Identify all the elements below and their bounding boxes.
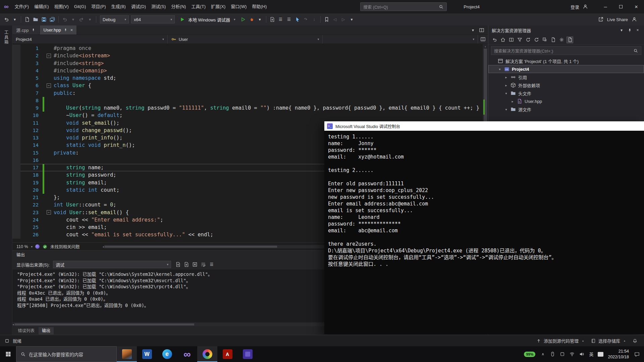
breakpoint-margin[interactable] (12, 231, 20, 238)
menu-item-6[interactable]: 生成(B) (109, 0, 128, 13)
tree-item[interactable]: ▾头文件 (488, 89, 644, 97)
user-account-icon[interactable] (582, 3, 589, 10)
refresh-icon[interactable] (533, 37, 540, 43)
collapse-arrow-icon[interactable]: ▸ (504, 83, 508, 87)
breakpoint-margin[interactable] (12, 224, 20, 231)
toolbox-tab[interactable]: 工具箱 (3, 30, 9, 45)
scroll-thumb[interactable] (15, 323, 195, 325)
toggle-bookmark-icon[interactable] (323, 16, 330, 23)
word-wrap-icon[interactable] (200, 261, 207, 268)
pin-icon[interactable] (627, 27, 633, 33)
menu-item-12[interactable]: 窗口(W) (228, 0, 249, 13)
clear-all-icon[interactable] (191, 261, 199, 268)
step-over-icon[interactable]: ↷ (302, 16, 310, 23)
breakpoint-margin[interactable] (12, 216, 20, 224)
close-tab-icon[interactable]: × (70, 27, 73, 33)
tree-item[interactable]: ▸外部依赖项 (488, 81, 644, 89)
solution-platforms-dropdown[interactable]: x64 ▾ (131, 15, 175, 23)
pin-icon[interactable] (31, 28, 36, 33)
show-all-files-icon[interactable] (550, 37, 556, 43)
breakpoint-margin[interactable] (12, 119, 20, 127)
menu-item-11[interactable]: 扩展(X) (208, 0, 228, 13)
breakpoint-margin[interactable] (12, 60, 20, 67)
breakpoint-margin[interactable] (12, 82, 20, 89)
sign-in-button[interactable]: 登录 (571, 3, 589, 10)
undo-dropdown-icon[interactable]: ▾ (69, 16, 77, 23)
properties-icon[interactable] (558, 37, 565, 43)
expand-arrow-icon[interactable]: ▾ (497, 67, 502, 71)
menu-item-1[interactable]: 文件(F) (12, 0, 32, 13)
run-to-cursor-icon[interactable] (294, 16, 301, 23)
save-all-icon[interactable] (49, 16, 56, 23)
breakpoint-margin[interactable] (12, 179, 20, 186)
breakpoint-margin[interactable] (12, 104, 20, 112)
active-documents-dropdown-icon[interactable]: ▾ (469, 26, 477, 34)
minimize-button[interactable]: ─ (598, 0, 613, 13)
project-dropdown[interactable]: Project4 ▾ (12, 35, 168, 44)
breakpoint-margin[interactable] (12, 74, 20, 82)
step-into-icon[interactable]: ↓ (311, 16, 318, 23)
breakpoint-margin[interactable] (12, 112, 20, 119)
pending-changes-filter-icon[interactable] (516, 37, 523, 43)
breakpoint-margin[interactable] (12, 45, 20, 52)
collapse-arrow-icon[interactable]: ▸ (510, 100, 515, 103)
document-health[interactable]: 未找到相关问题 (50, 243, 80, 250)
maximize-button[interactable] (613, 0, 629, 13)
menu-item-13[interactable]: 帮助(H) (249, 0, 269, 13)
menu-item-7[interactable]: 调试(D) (128, 0, 149, 13)
solution-configurations-dropdown[interactable]: Debug ▾ (100, 15, 129, 23)
home-icon[interactable] (499, 37, 506, 43)
breakpoint-margin[interactable] (12, 194, 20, 201)
debug-console-window[interactable]: >_ Microsoft Visual Studio 调试控制台 testing… (324, 121, 644, 334)
breakpoint-margin[interactable] (12, 127, 20, 134)
next-bookmark-icon[interactable]: ▷ (340, 16, 347, 23)
mouse-settings-icon[interactable] (549, 351, 555, 357)
command-window-icon[interactable]: ☰ (285, 16, 293, 23)
scope-dropdown[interactable]: User ▾ (168, 35, 323, 44)
redo-dropdown-icon[interactable]: ▾ (86, 16, 94, 23)
split-editor-icon[interactable] (478, 35, 488, 44)
close-icon[interactable]: × (635, 27, 641, 33)
add-to-source-control-button[interactable]: 添加到源代码管理 ▴ (536, 338, 584, 344)
breakpoint-margin[interactable] (12, 141, 20, 149)
expand-arrow-icon[interactable]: ▾ (504, 92, 508, 95)
console-titlebar[interactable]: >_ Microsoft Visual Studio 调试控制台 (324, 121, 644, 131)
zoom-level[interactable]: 110 % ▾ (16, 244, 33, 249)
breakpoint-margin[interactable] (12, 171, 20, 179)
intellicode-icon[interactable] (35, 244, 40, 249)
acrobat-app-icon[interactable]: A (217, 346, 237, 362)
breakpoint-margin[interactable] (12, 157, 20, 164)
preview-selected-items-icon[interactable] (567, 37, 573, 43)
hidden-icons-icon[interactable]: ∧ (540, 351, 546, 357)
collapse-all-icon[interactable] (541, 37, 548, 43)
error-list-icon[interactable]: ☰ (277, 16, 284, 23)
start-debugging-button[interactable]: 本地 Windows 调试器 ▾ (176, 15, 238, 24)
panel-tab-1[interactable]: 错误列表 (14, 327, 38, 335)
profiler-icon[interactable] (248, 16, 255, 23)
breakpoint-margin[interactable] (12, 67, 20, 74)
start-button[interactable] (0, 346, 16, 362)
expand-arrow-icon[interactable]: ▾ (504, 108, 508, 111)
scroll-up-icon[interactable]: ▴ (484, 44, 486, 49)
output-source-dropdown[interactable]: 调试 ▾ (53, 261, 171, 268)
navigate-dropdown-icon[interactable]: ▾ (11, 16, 18, 23)
previous-message-icon[interactable] (174, 261, 182, 268)
toolbar-options-icon[interactable]: ▾ (348, 16, 356, 23)
network-icon[interactable] (569, 351, 575, 357)
previous-bookmark-icon[interactable]: ◁ (331, 16, 339, 23)
word-app-icon[interactable]: W (137, 346, 157, 362)
breakpoint-margin[interactable] (12, 97, 20, 104)
live-share-label[interactable]: Live Share (607, 17, 628, 22)
editor-tab[interactable]: 源.cpp (12, 25, 40, 35)
sync-with-active-document-icon[interactable] (525, 37, 531, 43)
breakpoint-margin[interactable] (12, 201, 20, 208)
quick-search-box[interactable]: 搜索 (Ctrl+Q) (360, 2, 447, 11)
navigate-back-icon[interactable] (3, 16, 10, 23)
fold-marker[interactable]: − (47, 83, 51, 88)
visual-studio-app-icon[interactable]: ∞ (177, 346, 197, 362)
battery-indicator[interactable]: 99% (524, 352, 535, 357)
open-file-icon[interactable] (32, 16, 39, 23)
breakpoint-margin[interactable] (12, 89, 20, 97)
scroll-thumb[interactable] (105, 246, 277, 248)
photos-app-icon[interactable] (117, 346, 137, 362)
